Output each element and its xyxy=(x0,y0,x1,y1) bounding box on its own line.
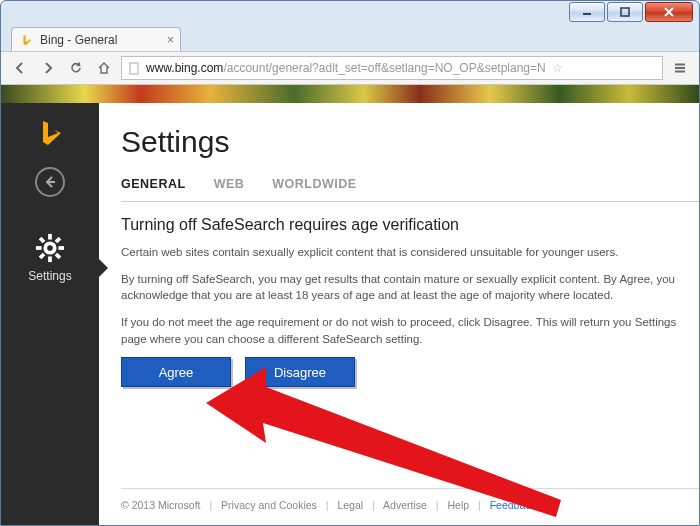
disagree-button[interactable]: Disagree xyxy=(245,357,355,387)
safesearch-p2: By turning off SafeSearch, you may get r… xyxy=(121,271,699,304)
home-icon xyxy=(97,61,111,75)
chrome-menu-button[interactable] xyxy=(669,57,691,79)
maximize-button[interactable] xyxy=(607,2,643,22)
minimize-button[interactable] xyxy=(569,2,605,22)
browser-toolbar: www.bing.com/account/general?adlt_set=of… xyxy=(1,51,699,85)
divider xyxy=(121,201,699,202)
minimize-icon xyxy=(582,7,592,17)
url-host: www.bing.com xyxy=(146,61,223,75)
arrow-right-icon xyxy=(41,61,55,75)
browser-tabstrip: Bing - General × xyxy=(1,25,699,51)
button-row: Agree Disagree xyxy=(121,357,699,387)
reload-icon xyxy=(69,61,83,75)
agree-button[interactable]: Agree xyxy=(121,357,231,387)
footer-help-link[interactable]: Help xyxy=(447,499,469,511)
reload-button[interactable] xyxy=(65,57,87,79)
gear-icon xyxy=(35,233,65,263)
footer-copyright: © 2013 Microsoft xyxy=(121,499,201,511)
page-icon xyxy=(128,62,141,75)
maximize-icon xyxy=(620,7,630,17)
arrow-left-circle-icon xyxy=(43,175,57,189)
browser-tab-title: Bing - General xyxy=(40,33,117,47)
footer-advertise-link[interactable]: Advertise xyxy=(383,499,427,511)
page-body: Settings Settings GENERAL WEB WORLDWIDE … xyxy=(1,103,699,525)
svg-rect-10 xyxy=(48,256,52,262)
svg-rect-9 xyxy=(48,234,52,240)
footer-feedback-link[interactable]: Feedback xyxy=(490,499,536,511)
hero-image-strip xyxy=(1,85,699,103)
nav-back-button[interactable] xyxy=(9,57,31,79)
url-path: /account/general?adlt_set=off&setlang=NO… xyxy=(223,61,545,75)
page-title: Settings xyxy=(121,125,699,159)
tab-close-icon[interactable]: × xyxy=(167,33,174,47)
svg-rect-1 xyxy=(621,8,629,16)
address-bar[interactable]: www.bing.com/account/general?adlt_set=of… xyxy=(121,56,663,80)
settings-content: Settings GENERAL WEB WORLDWIDE Turning o… xyxy=(99,103,699,525)
hamburger-icon xyxy=(673,61,687,75)
svg-rect-12 xyxy=(58,246,64,250)
safesearch-heading: Turning off SafeSearch requires age veri… xyxy=(121,216,699,234)
svg-rect-11 xyxy=(36,246,42,250)
bookmark-star-icon[interactable]: ☆ xyxy=(552,61,563,75)
favicon-bing-icon xyxy=(20,33,34,47)
footer-legal-link[interactable]: Legal xyxy=(337,499,363,511)
sidebar-back-button[interactable] xyxy=(35,167,65,197)
svg-point-8 xyxy=(45,243,54,252)
nav-forward-button[interactable] xyxy=(37,57,59,79)
tab-worldwide[interactable]: WORLDWIDE xyxy=(272,177,356,191)
tab-web[interactable]: WEB xyxy=(214,177,245,191)
tab-general[interactable]: GENERAL xyxy=(121,177,186,191)
close-icon xyxy=(664,7,674,17)
svg-rect-14 xyxy=(39,253,46,260)
sidebar-item-settings[interactable]: Settings xyxy=(28,269,71,283)
arrow-left-icon xyxy=(13,61,27,75)
safesearch-p3: If you do not meet the age requirement o… xyxy=(121,314,699,347)
browser-tab[interactable]: Bing - General × xyxy=(11,27,181,51)
window-frame: Bing - General × www.bing.com/account/ge… xyxy=(0,0,700,526)
titlebar xyxy=(1,1,699,25)
svg-rect-16 xyxy=(55,253,62,260)
footer-privacy-link[interactable]: Privacy and Cookies xyxy=(221,499,317,511)
page-footer: © 2013 Microsoft | Privacy and Cookies |… xyxy=(121,488,699,511)
svg-rect-13 xyxy=(55,237,62,244)
home-button[interactable] xyxy=(93,57,115,79)
bing-logo-icon xyxy=(34,117,66,149)
svg-rect-15 xyxy=(39,237,46,244)
settings-sidebar: Settings xyxy=(1,103,99,525)
close-button[interactable] xyxy=(645,2,693,22)
settings-tabs: GENERAL WEB WORLDWIDE xyxy=(121,177,699,191)
safesearch-p1: Certain web sites contain sexually expli… xyxy=(121,244,699,261)
page-viewport: Settings Settings GENERAL WEB WORLDWIDE … xyxy=(1,85,699,525)
